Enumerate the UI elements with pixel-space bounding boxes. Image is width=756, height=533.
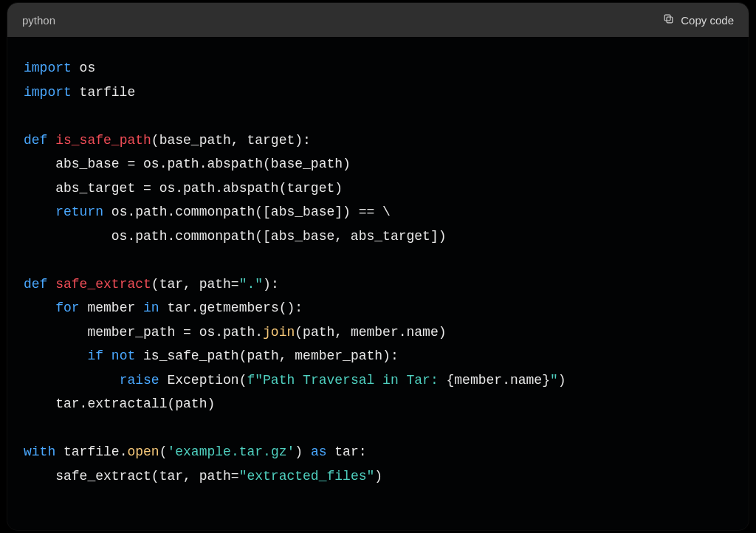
svg-rect-0 [667,17,673,23]
code-token: f"Path Traversal in Tar: [247,373,446,388]
code-token: ) [295,444,311,459]
code-token: in [143,300,159,315]
language-label: python [22,14,55,27]
code-token [24,348,87,363]
code-token: not [111,348,135,363]
code-token: tarfile [72,85,135,100]
code-token: tar: [327,444,367,459]
code-token: abs_target = os.path.abspath(target) [24,181,343,196]
code-token: os [72,61,95,75]
code-token: safe_extract(tar, path= [24,469,239,484]
code-token: {member.name} [447,373,550,388]
code-token: tarfile. [55,444,127,459]
code-token: import [24,61,72,75]
code-token: for [55,300,79,315]
code-token: ): [263,277,279,292]
code-token: "." [239,277,263,292]
code-token: import [24,85,72,100]
code-token: " [550,373,558,388]
code-token: safe_extract [55,277,151,292]
code-token: tar.getmembers(): [159,300,303,315]
code-token: member_path = os.path. [24,325,263,340]
code-token: os.path.commonpath([abs_base]) == \ [103,204,391,219]
code-token: member [80,300,143,315]
code-token: Exception( [159,373,247,388]
code-token: ( [159,444,168,459]
code-token: os.path.commonpath([abs_base, abs_target… [24,229,447,244]
code-token: raise [120,373,159,388]
code-token: 'example.tar.gz' [167,444,295,459]
copy-code-label: Copy code [681,14,734,27]
copy-code-button[interactable]: Copy code [662,13,734,27]
code-content: import os import tarfile def is_safe_pat… [7,37,749,504]
code-token [24,300,55,315]
code-token: join [263,325,295,340]
code-token: def [24,277,55,292]
code-token: ) [374,469,382,484]
code-token: (path, member.name) [295,325,446,340]
code-token [103,348,111,363]
code-token: def [24,133,55,148]
code-token [24,204,55,219]
code-token: is_safe_path [55,133,151,148]
code-token: return [55,204,103,219]
code-token: ) [558,373,566,388]
code-block-header: python Copy code [7,3,749,37]
code-token: (tar, path= [151,277,239,292]
code-token: with [24,444,55,459]
code-token: (base_path, target): [151,133,311,148]
code-token: "extracted_files" [239,469,375,484]
code-token: as [311,444,327,459]
svg-rect-1 [664,15,670,21]
code-token: tar.extractall(path) [24,396,215,411]
code-token [24,373,120,388]
code-token: open [127,444,159,459]
copy-icon [662,13,675,27]
code-token: if [87,348,103,363]
code-token: abs_base = os.path.abspath(base_path) [24,157,351,171]
code-block: python Copy code import os import tarfil… [7,3,749,530]
code-token: is_safe_path(path, member_path): [135,348,398,363]
